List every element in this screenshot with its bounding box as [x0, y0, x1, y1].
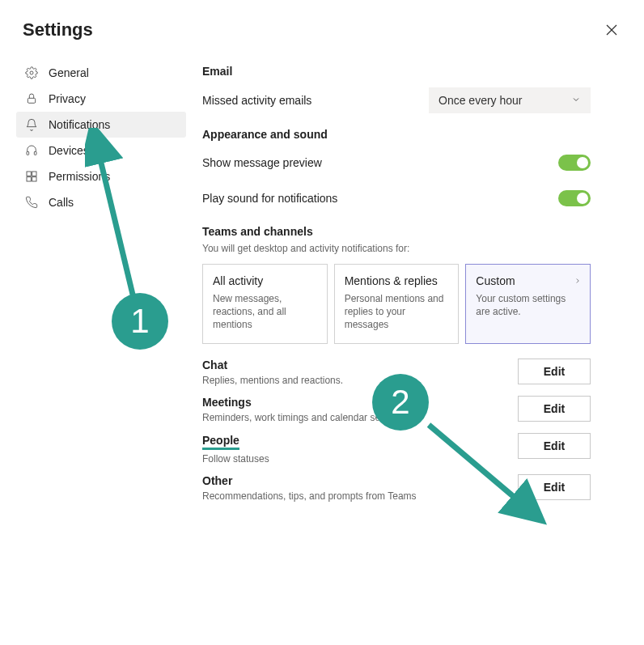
phone-icon	[24, 195, 39, 210]
sidebar-item-label: Calls	[49, 196, 74, 209]
section-email-title: Email	[202, 65, 591, 78]
teams-note: You will get desktop and activity notifi…	[202, 243, 591, 254]
chevron-down-icon	[571, 94, 581, 107]
card-all-activity[interactable]: All activity New messages, reactions, an…	[202, 264, 328, 344]
sidebar: General Privacy Notifications Devices Pe…	[0, 50, 186, 534]
group-meetings-title: Meetings	[202, 396, 406, 409]
gear-icon	[24, 66, 39, 80]
content-area: Email Missed activity emails Once every …	[186, 50, 623, 534]
missed-activity-label: Missed activity emails	[202, 94, 311, 107]
show-preview-toggle[interactable]	[558, 155, 591, 171]
chevron-right-icon	[574, 276, 582, 287]
svg-rect-7	[32, 172, 36, 176]
sidebar-item-devices[interactable]: Devices	[16, 138, 186, 163]
page-title: Settings	[23, 19, 93, 40]
edit-meetings-button[interactable]: Edit	[518, 396, 591, 422]
lock-icon	[24, 91, 39, 106]
group-meetings-desc: Reminders, work timings and calendar set…	[202, 412, 406, 423]
svg-rect-4	[27, 151, 29, 155]
card-custom[interactable]: Custom Your custom settings are active.	[465, 264, 591, 344]
svg-rect-5	[34, 151, 36, 155]
card-title: Custom	[476, 274, 580, 287]
card-desc: New messages, reactions, and all mention…	[213, 292, 317, 332]
grid-icon	[24, 169, 39, 184]
sidebar-item-label: Notifications	[49, 118, 110, 131]
sidebar-item-general[interactable]: General	[16, 60, 186, 86]
edit-people-button[interactable]: Edit	[518, 433, 591, 459]
svg-rect-8	[27, 177, 31, 181]
group-people-desc: Follow statuses	[202, 453, 269, 465]
section-teams-title: Teams and channels	[202, 225, 591, 238]
svg-rect-9	[32, 177, 36, 181]
close-button[interactable]	[602, 20, 621, 40]
show-preview-label: Show message preview	[202, 156, 322, 169]
group-chat-title: Chat	[202, 359, 343, 371]
svg-rect-6	[27, 172, 31, 176]
play-sound-label: Play sound for notifications	[202, 192, 337, 205]
play-sound-toggle[interactable]	[558, 190, 591, 206]
edit-chat-button[interactable]: Edit	[518, 359, 591, 384]
card-desc: Personal mentions and replies to your me…	[345, 292, 449, 332]
dropdown-value: Once every hour	[439, 94, 523, 107]
sidebar-item-calls[interactable]: Calls	[16, 189, 186, 215]
svg-rect-3	[28, 98, 35, 103]
headset-icon	[24, 143, 39, 158]
section-appearance-title: Appearance and sound	[202, 128, 591, 141]
group-other-title: Other	[202, 474, 417, 487]
svg-point-2	[30, 71, 33, 74]
sidebar-item-label: Privacy	[49, 92, 86, 105]
bell-icon	[24, 117, 39, 132]
group-chat-desc: Replies, mentions and reactions.	[202, 375, 343, 386]
card-title: Mentions & replies	[345, 274, 449, 287]
sidebar-item-notifications[interactable]: Notifications	[16, 112, 186, 138]
edit-other-button[interactable]: Edit	[518, 474, 591, 500]
missed-activity-dropdown[interactable]: Once every hour	[429, 87, 591, 113]
card-mentions-replies[interactable]: Mentions & replies Personal mentions and…	[334, 264, 460, 344]
close-icon	[606, 24, 617, 36]
sidebar-item-privacy[interactable]: Privacy	[16, 86, 186, 112]
sidebar-item-label: General	[49, 66, 89, 79]
sidebar-item-permissions[interactable]: Permissions	[16, 163, 186, 189]
sidebar-item-label: Devices	[49, 144, 89, 157]
group-people-title: People	[202, 434, 239, 450]
card-desc: Your custom settings are active.	[476, 292, 580, 318]
sidebar-item-label: Permissions	[49, 170, 110, 183]
group-other-desc: Recommendations, tips, and prompts from …	[202, 490, 417, 502]
card-title: All activity	[213, 274, 317, 287]
